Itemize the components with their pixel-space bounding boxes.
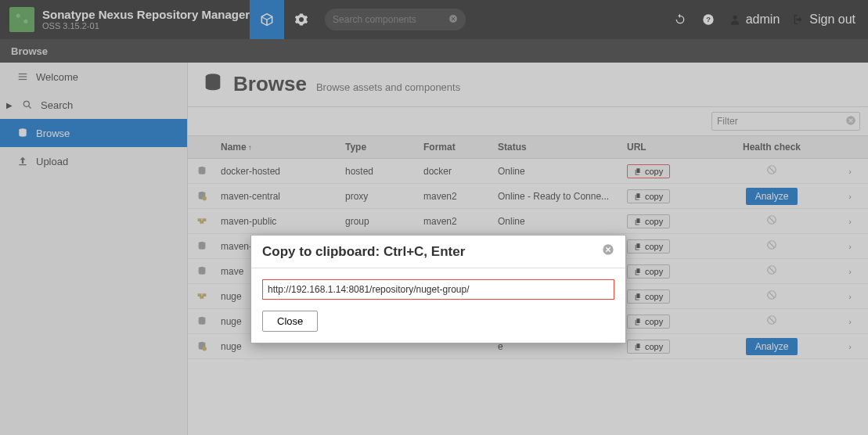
modal-overlay: [0, 0, 868, 435]
dialog-close-icon[interactable]: [602, 243, 614, 260]
dialog-close-button[interactable]: Close: [262, 311, 318, 332]
dialog-title: Copy to clipboard: Ctrl+C, Enter: [262, 244, 465, 260]
copy-url-dialog: Copy to clipboard: Ctrl+C, Enter Close: [250, 235, 626, 343]
dialog-url-input[interactable]: [262, 279, 614, 300]
